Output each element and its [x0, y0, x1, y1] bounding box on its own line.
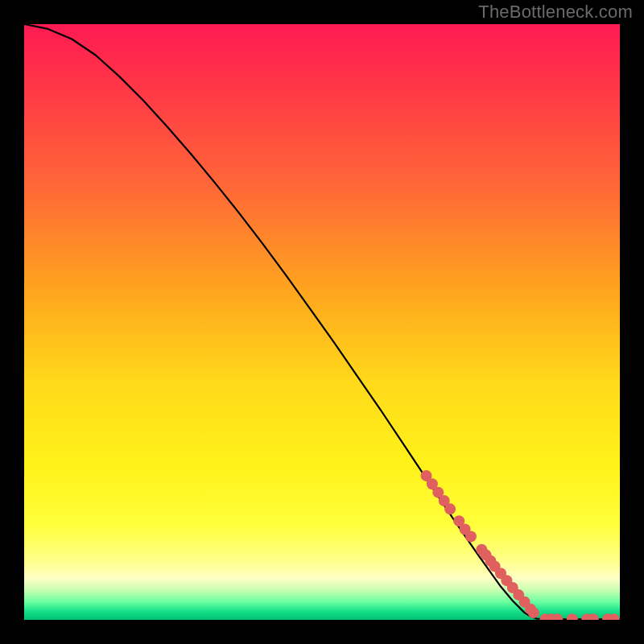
- plot-area: [24, 24, 620, 620]
- highlight-marker: [567, 613, 578, 620]
- chart-svg: [24, 24, 620, 620]
- main-curve: [24, 24, 620, 619]
- watermark-text: TheBottleneck.com: [478, 2, 633, 23]
- highlight-marker: [444, 503, 456, 514]
- highlight-marker: [465, 530, 477, 542]
- marker-group: [421, 470, 620, 620]
- highlight-marker: [528, 607, 539, 618]
- chart-container: TheBottleneck.com: [0, 0, 644, 644]
